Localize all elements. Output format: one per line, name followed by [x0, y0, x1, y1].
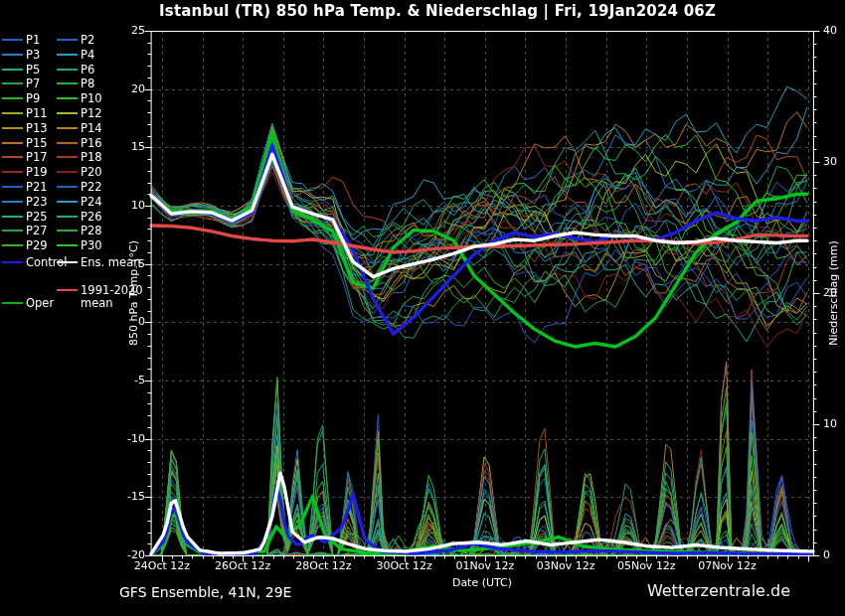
legend-item-P15: P15	[2, 137, 48, 150]
legend-item-P24: P24	[57, 196, 102, 209]
legend-item-P12: P12	[57, 107, 102, 120]
y-left-tick--15: -15	[111, 490, 145, 503]
legend-item-P25-label: P25	[26, 211, 48, 224]
legend-item-P30: P30	[57, 239, 102, 252]
legend-item-P20-label: P20	[81, 166, 102, 179]
legend-item-P17-swatch	[2, 156, 23, 158]
legend-item-P19-swatch	[2, 171, 23, 173]
legend-item-P15-label: P15	[26, 137, 48, 150]
legend-item-P12-label: P12	[81, 107, 102, 120]
legend-item-P8: P8	[57, 77, 94, 90]
legend-item-P27-label: P27	[26, 225, 48, 237]
legend-item-P20: P20	[57, 166, 102, 179]
legend-item-P13-label: P13	[26, 122, 48, 135]
legend-item-P22-swatch	[57, 186, 78, 188]
legend-item-P16-label: P16	[81, 137, 102, 150]
legend-item-P9-label: P9	[26, 92, 40, 105]
legend-item-P5-label: P5	[26, 64, 40, 77]
legend-item-P30-swatch	[57, 244, 78, 246]
legend-item-P17-label: P17	[26, 151, 48, 164]
legend-item-P4: P4	[57, 49, 94, 62]
legend-item-P7-swatch	[2, 82, 23, 84]
legend-item-P26-label: P26	[81, 211, 102, 224]
legend-item-P29: P29	[2, 239, 48, 252]
legend-item-P4-label: P4	[81, 49, 94, 62]
legend-item-P21-label: P21	[26, 181, 48, 194]
legend-item-P23: P23	[2, 196, 48, 209]
legend-item-P9: P9	[2, 92, 40, 105]
y-left-tick-15: 15	[111, 140, 145, 153]
legend-item-oper: Oper	[2, 297, 54, 310]
legend-item-P11-label: P11	[26, 107, 48, 120]
legend-item-P10-label: P10	[81, 92, 102, 105]
legend-item-P27: P27	[2, 225, 48, 237]
legend-item-P14: P14	[57, 122, 102, 135]
legend-item-P18: P18	[57, 151, 102, 164]
y-left-tick--5: -5	[111, 374, 145, 386]
legend-item-P15-swatch	[2, 142, 23, 144]
legend-item-P17: P17	[2, 151, 48, 164]
y-right-tick-30: 30	[823, 155, 837, 168]
legend-item-P5: P5	[2, 64, 40, 77]
legend-item-P6: P6	[57, 64, 94, 77]
legend-item-P10-swatch	[57, 97, 78, 99]
y-right-tick-0: 0	[823, 548, 830, 561]
legend-item-P8-label: P8	[81, 77, 94, 90]
x-tick-01Nov-12z: 01Nov 12z	[455, 559, 514, 572]
footer-model-info: GFS Ensemble, 41N, 29E	[119, 584, 291, 600]
legend-item-P13-swatch	[2, 127, 23, 129]
legend-item-P7-label: P7	[26, 77, 40, 90]
legend-item-climate-mean-swatch	[57, 289, 78, 291]
legend-item-P7: P7	[2, 77, 40, 90]
footer-brand: Wetterzentrale.de	[647, 581, 790, 600]
legend-item-P21: P21	[2, 181, 48, 194]
legend-item-P24-swatch	[57, 201, 78, 203]
x-tick-03Nov-12z: 03Nov 12z	[537, 559, 595, 572]
legend-item-P1-label: P1	[26, 34, 40, 47]
legend-item-ens-mean-swatch	[57, 261, 78, 263]
legend-item-P1-swatch	[2, 39, 23, 41]
legend-item-P20-swatch	[57, 171, 78, 173]
legend-item-P2-label: P2	[81, 34, 94, 47]
legend-item-P19: P19	[2, 166, 48, 179]
y-left-tick--10: -10	[111, 432, 145, 445]
x-tick-30Oct-12z: 30Oct 12z	[376, 559, 431, 572]
y-left-tick-25: 25	[111, 24, 145, 37]
x-tick-24Oct-12z: 24Oct 12z	[134, 559, 190, 572]
legend-item-P28: P28	[57, 225, 102, 237]
meteogram-page: Istanbul (TR) 850 hPa Temp. & Niederschl…	[0, 0, 845, 616]
legend-item-P19-label: P19	[26, 166, 48, 179]
legend-item-P30-label: P30	[81, 239, 102, 252]
legend-item-P11: P11	[2, 107, 48, 120]
legend-item-P29-label: P29	[26, 239, 48, 252]
chart-title: Istanbul (TR) 850 hPa Temp. & Niederschl…	[60, 2, 815, 20]
legend-item-P27-swatch	[2, 230, 23, 231]
y-left-axis-title: 850 hPa Temp. (°C)	[127, 240, 140, 346]
legend-item-P23-label: P23	[26, 196, 48, 209]
legend-item-P29-swatch	[2, 244, 23, 246]
legend-item-P2: P2	[57, 34, 94, 47]
legend-item-P9-swatch	[2, 97, 23, 99]
legend-item-P25-swatch	[2, 216, 23, 218]
legend-item-P22: P22	[57, 181, 102, 194]
legend-item-P26-swatch	[57, 216, 78, 218]
legend-item-P5-swatch	[2, 69, 23, 71]
y-right-tick-10: 10	[823, 417, 837, 430]
legend-item-P26: P26	[57, 211, 102, 224]
y-right-axis-title: Niederschlag (mm)	[827, 240, 840, 345]
legend-item-P12-swatch	[57, 112, 78, 114]
legend-item-P4-swatch	[57, 54, 78, 56]
legend-item-P28-swatch	[57, 230, 78, 231]
legend-item-P6-label: P6	[81, 64, 94, 77]
x-tick-26Oct-12z: 26Oct 12z	[215, 559, 270, 572]
legend-item-P8-swatch	[57, 82, 78, 84]
y-left-tick-10: 10	[111, 199, 145, 212]
legend-item-P2-swatch	[57, 39, 78, 41]
legend-item-P13: P13	[2, 122, 48, 135]
x-tick-05Nov-12z: 05Nov 12z	[617, 559, 676, 572]
legend-item-control-swatch	[2, 261, 23, 263]
legend-item-P24-label: P24	[81, 196, 102, 209]
y-left-tick-20: 20	[111, 82, 145, 95]
legend-item-P28-label: P28	[81, 225, 102, 237]
legend-item-P18-label: P18	[81, 151, 102, 164]
